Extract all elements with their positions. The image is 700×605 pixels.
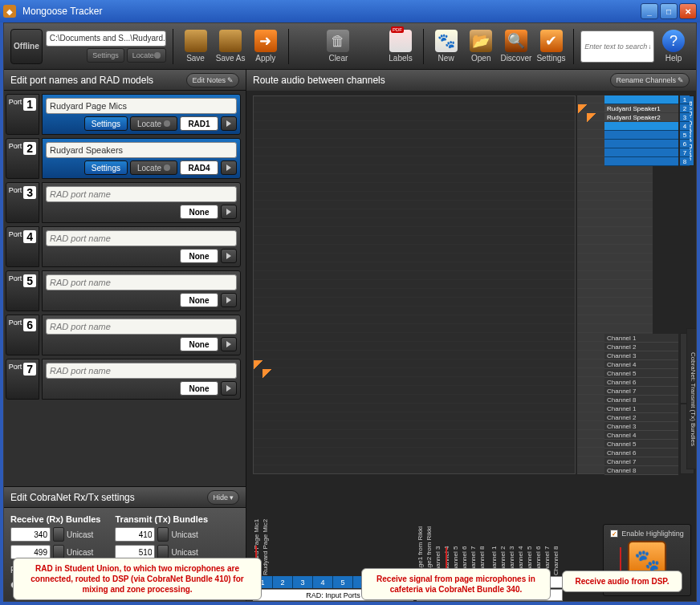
port-play-button[interactable] <box>221 160 237 175</box>
tx-channel[interactable]: Channel 5 <box>604 369 678 378</box>
tx-channel[interactable]: Channel 1 <box>604 334 678 343</box>
output-port-1[interactable] <box>604 95 678 104</box>
close-button[interactable]: ✕ <box>679 3 697 19</box>
tx-channel[interactable]: Channel 6 <box>604 449 678 457</box>
rx-bundle-1-input[interactable] <box>10 527 51 542</box>
port-play-button[interactable] <box>221 293 237 307</box>
callout-2: Receive signal from page microphones in … <box>361 568 551 600</box>
clear-icon: 🗑 <box>327 30 349 52</box>
discover-button[interactable]: 🔍Discover <box>500 27 532 66</box>
file-locate-button[interactable]: Locate <box>127 48 166 63</box>
output-port-5[interactable] <box>604 131 678 140</box>
rad-select[interactable]: None <box>180 249 218 263</box>
tx-channel[interactable]: Channel 4 <box>604 431 678 440</box>
apply-button[interactable]: ➜Apply <box>250 27 282 66</box>
minimize-button[interactable]: _ <box>641 3 658 19</box>
port-locate-button[interactable]: Locate <box>130 116 177 131</box>
save-button[interactable]: Save <box>180 27 212 66</box>
port-name-input[interactable] <box>46 98 237 114</box>
port-name-input[interactable] <box>46 142 237 158</box>
tx-channel[interactable]: Channel 1 <box>604 404 678 413</box>
output-port-4[interactable] <box>604 122 678 131</box>
hide-button[interactable]: Hide ▾ <box>207 490 239 505</box>
port-name-input[interactable] <box>46 274 237 290</box>
input-port-number: 2 <box>273 576 293 588</box>
port-play-button[interactable] <box>221 249 237 263</box>
routing-matrix[interactable]: Rudyard Speaker1Rudyard Speaker2Channel … <box>246 91 696 601</box>
toolbar: Offline C:\Documents and S...\Rudyard.mg… <box>4 23 696 70</box>
rad-select[interactable]: RAD1 <box>180 116 218 131</box>
port-name-input[interactable] <box>46 363 237 379</box>
clear-button[interactable]: 🗑Clear <box>323 27 355 66</box>
tx-channel[interactable]: Channel 7 <box>604 457 678 466</box>
route-node[interactable] <box>587 113 596 122</box>
port-play-button[interactable] <box>221 337 237 351</box>
rx-bundle-1-stepper[interactable] <box>53 527 64 542</box>
output-port-6[interactable] <box>604 140 678 148</box>
port-play-button[interactable] <box>221 116 237 131</box>
rad-select[interactable]: None <box>180 337 218 351</box>
rad-select[interactable]: None <box>180 205 218 219</box>
tx-channel[interactable]: Channel 2 <box>604 343 678 351</box>
edit-notes-button[interactable]: Edit Notes ✎ <box>186 73 239 87</box>
tx-channel[interactable]: Channel 8 <box>604 466 678 475</box>
callout-1: RAD in Student Union, to which two micro… <box>13 558 262 600</box>
port-play-button[interactable] <box>221 381 237 396</box>
port-tab: Port 3 <box>6 182 39 223</box>
output-port-8[interactable] <box>604 157 678 166</box>
route-panel-title: Route audio between channels <box>253 75 610 86</box>
route-node[interactable] <box>578 104 587 113</box>
port-name-input[interactable] <box>46 186 237 202</box>
offline-button[interactable]: Offline <box>10 29 43 64</box>
labels-button[interactable]: Labels <box>385 27 417 66</box>
port-name-input[interactable] <box>46 319 237 335</box>
window-title: Mongoose Tracker <box>19 6 641 17</box>
labels-icon <box>389 30 412 52</box>
output-port-7[interactable] <box>604 148 678 157</box>
ports-list[interactable]: Port 1 Settings Locate RAD1 Port 2 Setti… <box>4 91 246 486</box>
maximize-button[interactable]: □ <box>660 3 678 19</box>
help-button[interactable]: ?Help <box>657 27 690 66</box>
tx-channel[interactable]: Channel 5 <box>604 440 678 449</box>
tx-bundle-1-stepper[interactable] <box>157 527 169 542</box>
rx-bundles-label: Receive (Rx) Bundles <box>10 514 100 524</box>
route-node[interactable] <box>262 369 271 378</box>
tx-channel[interactable]: Channel 7 <box>604 387 678 396</box>
port-name-input[interactable] <box>46 230 237 246</box>
tx-bundle-1-input[interactable] <box>115 527 155 542</box>
route-node[interactable] <box>254 360 262 369</box>
tx-channel[interactable]: Channel 8 <box>604 396 678 404</box>
rename-channels-button[interactable]: Rename Channels ✎ <box>610 73 690 87</box>
apply-icon: ➜ <box>254 30 277 52</box>
save-as-button[interactable]: Save As <box>214 27 246 66</box>
file-settings-button[interactable]: Settings <box>87 48 124 63</box>
input-port-number: 5 <box>333 576 353 588</box>
output-channel[interactable]: Rudyard Speaker1 <box>604 104 678 113</box>
tx-channel[interactable]: Channel 4 <box>604 360 678 369</box>
output-channel[interactable]: Rudyard Speaker2 <box>604 113 678 122</box>
tx-channel[interactable]: Channel 3 <box>604 422 678 431</box>
rad-select[interactable]: None <box>180 381 218 396</box>
tx-channel[interactable]: Channel 6 <box>604 378 678 387</box>
tx-channel[interactable]: Channel 3 <box>604 351 678 360</box>
app-icon: ◆ <box>3 5 16 18</box>
output-port-number: 5 <box>680 131 690 140</box>
port-settings-button[interactable]: Settings <box>84 116 128 131</box>
enable-highlighting-checkbox[interactable]: ✓Enable Highlighting <box>610 530 684 538</box>
rad-select[interactable]: RAD4 <box>180 160 218 175</box>
new-button[interactable]: 🐾New <box>430 27 462 66</box>
port-play-button[interactable] <box>221 205 237 219</box>
help-icon: ? <box>662 30 685 52</box>
help-search-input[interactable] <box>580 30 654 63</box>
callout-3: Receive audio from DSP. <box>562 570 682 592</box>
port-settings-button[interactable]: Settings <box>84 160 128 175</box>
settings-button[interactable]: ✔Settings <box>535 27 568 66</box>
port-locate-button[interactable]: Locate <box>130 160 177 175</box>
output-port-number: 8 <box>680 157 690 166</box>
input-channel-label: Rudyard Page Mic2 <box>262 526 271 575</box>
rad-select[interactable]: None <box>180 293 218 307</box>
output-port-number: 4 <box>680 122 690 131</box>
cobranet-tx-label: CobraNet: Transmit (Tx) Bundles <box>686 328 696 469</box>
open-button[interactable]: 📂Open <box>465 27 497 66</box>
tx-channel[interactable]: Channel 2 <box>604 413 678 422</box>
